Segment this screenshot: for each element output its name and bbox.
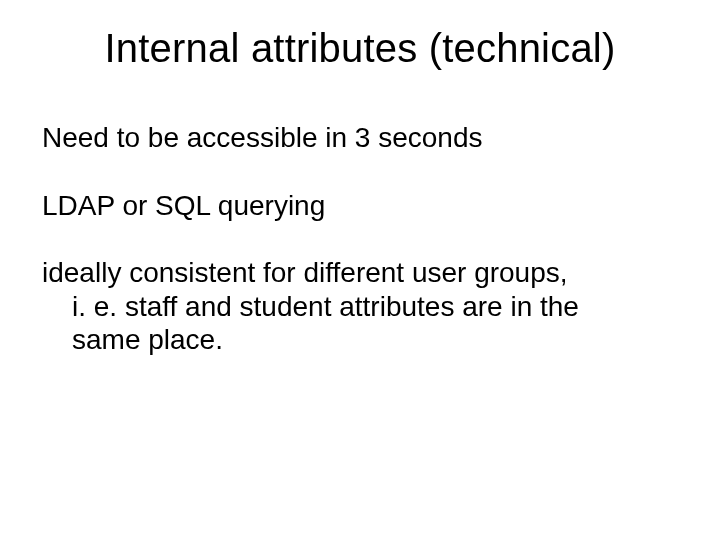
slide: Internal attributes (technical) Need to … xyxy=(0,0,720,540)
bullet-3-line-3: same place. xyxy=(42,323,678,357)
bullet-3-line-2: i. e. staff and student attributes are i… xyxy=(42,290,678,324)
slide-title: Internal attributes (technical) xyxy=(42,26,678,71)
bullet-1: Need to be accessible in 3 seconds xyxy=(42,121,678,155)
bullet-3-line-1: ideally consistent for different user gr… xyxy=(42,257,568,288)
bullet-2: LDAP or SQL querying xyxy=(42,189,678,223)
slide-body: Need to be accessible in 3 seconds LDAP … xyxy=(42,121,678,357)
bullet-3: ideally consistent for different user gr… xyxy=(42,256,678,357)
